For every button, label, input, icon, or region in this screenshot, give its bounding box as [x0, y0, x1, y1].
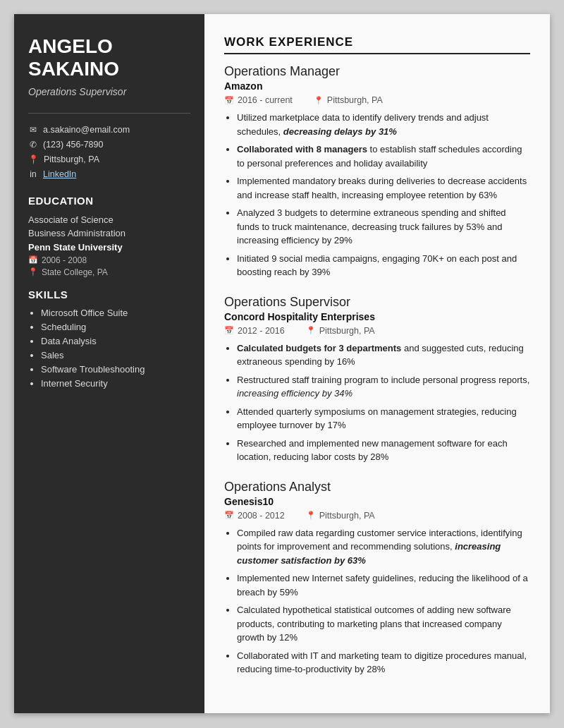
education-block: Associate of Science Business Administra…	[28, 214, 190, 277]
location-icon: 📍	[306, 511, 316, 520]
bullet-item: Compiled raw data regarding customer ser…	[237, 526, 530, 568]
name-line1: ANGELO	[28, 35, 113, 57]
skill-item: Internet Security	[41, 378, 190, 389]
skill-item: Sales	[41, 350, 190, 360]
job-title-1: Operations Supervisor	[224, 295, 530, 310]
edu-location-text: State College, PA	[42, 267, 108, 277]
email-item: ✉ a.sakaino@email.com	[28, 125, 190, 135]
location-text-1: Pittsburgh, PA	[319, 326, 375, 336]
location-icon: 📍	[28, 154, 39, 164]
skills-section-title: SKILLS	[28, 289, 190, 301]
skill-item: Data Analysis	[41, 336, 190, 346]
bullet-item: Calculated hypothetical statistical outc…	[237, 603, 530, 645]
location-icon: 📍	[314, 96, 324, 105]
bullet-item: Collaborated with 8 managers to establis…	[237, 142, 530, 170]
phone-text: (123) 456-7890	[43, 140, 103, 150]
phone-icon: ✆	[28, 140, 38, 150]
job-company-1: Concord Hospitality Enterprises	[224, 311, 530, 322]
job-bullets-0: Utilized marketplace data to identify de…	[224, 111, 530, 279]
edu-degree: Associate of Science Business Administra…	[28, 214, 190, 239]
bullet-item: Analyzed 3 budgets to determine extraneo…	[237, 206, 530, 248]
edu-location: 📍 State College, PA	[28, 267, 190, 277]
location-text: Pittsburgh, PA	[44, 154, 99, 164]
bullet-item: Collaborated with IT and marketing team …	[237, 649, 530, 677]
work-section-header: WORK EXPERIENCE	[224, 35, 530, 54]
skill-item: Scheduling	[41, 322, 190, 332]
bullet-item: Utilized marketplace data to identify de…	[237, 111, 530, 138]
dates-text-1: 2012 - 2016	[238, 326, 285, 336]
location-text-0: Pittsburgh, PA	[327, 95, 383, 105]
bullet-item: Attended quarterly symposiums on managem…	[237, 405, 530, 432]
job-location-1: 📍 Pittsburgh, PA	[306, 326, 375, 336]
dates-text-0: 2016 - current	[238, 95, 293, 105]
skills-list: Microsoft Office Suite Scheduling Data A…	[28, 308, 190, 389]
calendar-icon: 📅	[224, 96, 234, 105]
job-title-0: Operations Manager	[224, 64, 530, 79]
job-location-0: 📍 Pittsburgh, PA	[314, 95, 383, 105]
bullet-item: Researched and implemented new managemen…	[237, 437, 530, 464]
job-location-2: 📍 Pittsburgh, PA	[306, 511, 375, 521]
email-icon: ✉	[28, 125, 38, 135]
job-company-0: Amazon	[224, 80, 530, 92]
bullet-item: Implemented new Internet safety guidelin…	[237, 571, 530, 599]
job-block-0: Operations Manager Amazon 📅 2016 - curre…	[224, 64, 530, 279]
email-text: a.sakaino@email.com	[43, 125, 130, 135]
calendar-icon: 📅	[28, 255, 38, 265]
degree-text: Associate of Science	[28, 214, 114, 225]
name-line2: SAKAINO	[28, 58, 119, 80]
field-text: Business Administration	[28, 228, 125, 238]
skill-item: Software Troubleshooting	[41, 364, 190, 375]
job-block-1: Operations Supervisor Concord Hospitalit…	[224, 295, 530, 464]
job-meta-0: 📅 2016 - current 📍 Pittsburgh, PA	[224, 95, 530, 105]
location-text-2: Pittsburgh, PA	[319, 511, 375, 521]
job-meta-2: 📅 2008 - 2012 📍 Pittsburgh, PA	[224, 511, 530, 521]
linkedin-icon: in	[28, 169, 38, 179]
sidebar: ANGELO SAKAINO Operations Supervisor ✉ a…	[14, 14, 204, 713]
calendar-icon: 📅	[224, 511, 234, 520]
job-bullets-2: Compiled raw data regarding customer ser…	[224, 526, 530, 677]
edu-dates-text: 2006 - 2008	[42, 255, 87, 265]
job-meta-1: 📅 2012 - 2016 📍 Pittsburgh, PA	[224, 326, 530, 336]
linkedin-item[interactable]: in LinkedIn	[28, 169, 190, 179]
bullet-item: Restructured staff training program to i…	[237, 373, 530, 401]
job-bullets-1: Calculated budgets for 3 departments and…	[224, 341, 530, 464]
job-title-2: Operations Analyst	[224, 480, 530, 495]
job-dates-1: 📅 2012 - 2016	[224, 326, 285, 336]
bullet-item: Calculated budgets for 3 departments and…	[237, 341, 530, 369]
bullet-item: Initiated 9 social media campaigns, enga…	[237, 252, 530, 279]
main-content: WORK EXPERIENCE Operations Manager Amazo…	[204, 14, 550, 713]
calendar-icon: 📅	[224, 326, 234, 335]
job-dates-2: 📅 2008 - 2012	[224, 511, 285, 521]
location-icon: 📍	[306, 326, 316, 335]
resume-container: ANGELO SAKAINO Operations Supervisor ✉ a…	[14, 14, 550, 713]
skill-item: Microsoft Office Suite	[41, 308, 190, 318]
linkedin-link[interactable]: LinkedIn	[43, 169, 76, 179]
candidate-title: Operations Supervisor	[28, 86, 190, 97]
job-block-2: Operations Analyst Genesis10 📅 2008 - 20…	[224, 480, 530, 677]
phone-item: ✆ (123) 456-7890	[28, 140, 190, 150]
education-section-title: EDUCATION	[28, 195, 190, 207]
dates-text-2: 2008 - 2012	[238, 511, 285, 521]
job-company-2: Genesis10	[224, 496, 530, 507]
candidate-name: ANGELO SAKAINO	[28, 35, 190, 80]
location-item: 📍 Pittsburgh, PA	[28, 154, 190, 164]
contact-section: ✉ a.sakaino@email.com ✆ (123) 456-7890 📍…	[28, 113, 190, 179]
job-dates-0: 📅 2016 - current	[224, 95, 293, 105]
edu-school: Penn State University	[28, 242, 190, 253]
bullet-item: Implemented mandatory breaks during deli…	[237, 174, 530, 202]
edu-dates: 📅 2006 - 2008	[28, 255, 190, 265]
location-pin-icon: 📍	[28, 267, 38, 277]
